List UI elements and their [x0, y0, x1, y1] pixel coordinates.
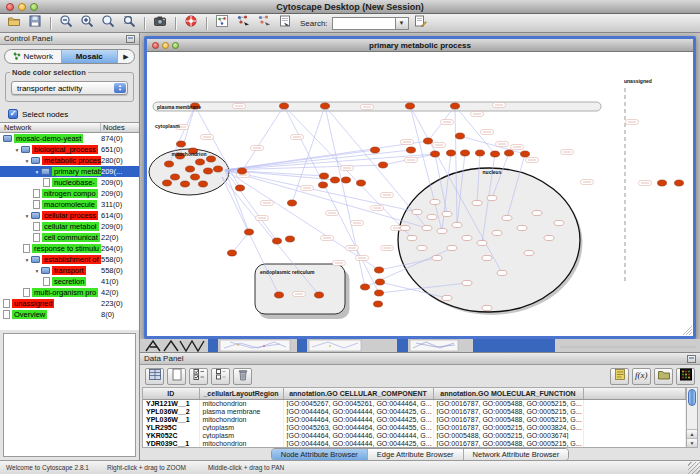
network-node[interactable] [521, 151, 530, 157]
network-node[interactable] [286, 236, 295, 242]
network-node[interactable] [288, 200, 297, 206]
network-node[interactable] [321, 103, 330, 109]
close-window-button[interactable] [6, 3, 14, 11]
hide-graphics-details-button[interactable] [254, 15, 274, 32]
scroll-down-button[interactable]: ▼ [687, 438, 697, 447]
network-node[interactable] [375, 290, 384, 296]
table-row[interactable]: YJR121W__1mitochondrion[GO:0045267, GO:0… [143, 399, 686, 407]
minimize-network-window-button[interactable] [162, 42, 169, 49]
tab-mosaic[interactable]: Mosaic [62, 50, 119, 63]
show-graphics-details-button[interactable] [233, 15, 253, 32]
expander-icon[interactable]: ▼ [33, 169, 41, 175]
tree-row[interactable]: cellular metabol209(0) [0, 221, 139, 232]
network-node[interactable] [199, 181, 208, 187]
float-data-panel-icon[interactable] [687, 355, 696, 363]
import-attributes-button[interactable] [654, 368, 673, 385]
help-button[interactable] [181, 15, 201, 32]
table-row[interactable]: YPL036W__1mitochondrion[GO:0044464, GO:0… [143, 415, 686, 423]
network-node[interactable] [315, 292, 324, 298]
network-window-titlebar[interactable]: primary metabolic process [147, 39, 693, 52]
network-node[interactable] [375, 267, 384, 273]
tree-column-network[interactable]: Network [0, 123, 101, 132]
tree-row[interactable]: unassigned223(0) [0, 298, 139, 309]
browser-tab[interactable]: Edge Attribute Browser [368, 449, 464, 460]
network-node[interactable] [275, 292, 284, 298]
tree-row[interactable]: response to stimulu264(0) [0, 243, 139, 254]
canvas-resize-grip[interactable] [683, 326, 692, 335]
birds-eye-view[interactable] [3, 333, 136, 457]
delete-attribute-button[interactable] [233, 368, 252, 385]
tree-row[interactable]: ▼establishment of lo558(0) [0, 254, 139, 265]
unselect-attributes-button[interactable] [211, 368, 230, 385]
window-resize-grip[interactable] [688, 462, 700, 474]
open-session-button[interactable] [4, 15, 24, 32]
network-node[interactable] [177, 141, 186, 147]
tree-row[interactable]: secretion41(0) [0, 276, 139, 287]
network-node[interactable] [491, 151, 500, 157]
tree-row[interactable]: macromolecule311(0) [0, 199, 139, 210]
network-node[interactable] [331, 177, 340, 183]
tree-column-nodes[interactable]: Nodes [101, 123, 139, 132]
network-node[interactable] [456, 133, 465, 139]
network-overview-button[interactable] [212, 15, 232, 32]
network-node[interactable] [658, 180, 667, 186]
network-node[interactable] [431, 151, 440, 157]
expander-icon[interactable]: ▼ [33, 268, 41, 274]
network-node[interactable] [165, 161, 174, 167]
save-session-button[interactable] [25, 15, 45, 32]
enhanced-search-button[interactable] [410, 15, 430, 32]
network-node[interactable] [280, 103, 289, 109]
zoom-in-button[interactable] [77, 15, 97, 32]
network-node[interactable] [236, 185, 245, 191]
snapshot-button[interactable] [150, 15, 170, 32]
expander-icon[interactable]: ▼ [23, 158, 31, 164]
network-node[interactable] [245, 229, 254, 235]
tree-row[interactable]: ▼primary metabo209(... [0, 166, 139, 177]
network-node[interactable] [171, 174, 180, 180]
zoom-selected-button[interactable] [98, 15, 118, 32]
network-node[interactable] [238, 168, 247, 174]
network-canvas[interactable]: plasma membrane cytoplasm mitochondrion … [147, 52, 693, 336]
tree-row[interactable]: multi-organism pro42(0) [0, 287, 139, 298]
expander-icon[interactable]: ▼ [13, 147, 21, 153]
table-row[interactable]: YDR039C__1mitochondrion[GO:0044464, GO:0… [143, 439, 686, 447]
network-node[interactable] [461, 150, 470, 156]
tab-overflow-button[interactable]: ▶ [118, 50, 134, 63]
table-column-header[interactable]: ID [143, 388, 199, 399]
network-node[interactable] [424, 138, 433, 144]
tree-row[interactable]: nitrogen compo209(0) [0, 188, 139, 199]
zoom-out-button[interactable] [56, 15, 76, 32]
network-node[interactable] [476, 150, 485, 156]
network-node[interactable] [186, 166, 195, 172]
zoom-fit-button[interactable] [119, 15, 139, 32]
table-row[interactable]: YLR295Ccytoplasm[GO:0045263, GO:0044464,… [143, 423, 686, 431]
network-node[interactable] [407, 147, 416, 153]
table-vertical-scrollbar[interactable]: ▲ ▼ [686, 388, 697, 447]
network-node[interactable] [675, 180, 684, 186]
network-node[interactable] [342, 177, 351, 183]
network-node[interactable] [228, 250, 237, 256]
network-node[interactable] [447, 150, 456, 156]
network-node[interactable] [207, 156, 216, 162]
network-node[interactable] [273, 238, 282, 244]
network-node[interactable] [163, 180, 172, 186]
tree-row[interactable]: Overview8(0) [0, 309, 139, 320]
float-panel-icon[interactable] [126, 35, 135, 43]
annotation-button[interactable] [275, 15, 295, 32]
network-node[interactable] [191, 174, 200, 180]
network-node[interactable] [181, 181, 190, 187]
table-row[interactable]: YKR052Ccytoplasm[GO:0044464, GO:0044446,… [143, 431, 686, 439]
network-node[interactable] [319, 182, 328, 188]
browser-tab[interactable]: Node Attribute Browser [272, 449, 368, 460]
expander-icon[interactable]: ▼ [23, 257, 31, 263]
network-node[interactable] [371, 147, 380, 153]
table-row[interactable]: YPL036W__2plasma membrane[GO:0044464, GO… [143, 407, 686, 415]
zoom-window-button[interactable] [30, 3, 38, 11]
network-node[interactable] [320, 173, 329, 179]
network-node[interactable] [451, 103, 460, 109]
minimize-window-button[interactable] [18, 3, 26, 11]
browser-tab[interactable]: Network Attribute Browser [464, 449, 569, 460]
network-node[interactable] [196, 159, 205, 165]
zoom-network-window-button[interactable] [172, 42, 179, 49]
tree-row[interactable]: ▼cellular process614(0) [0, 210, 139, 221]
